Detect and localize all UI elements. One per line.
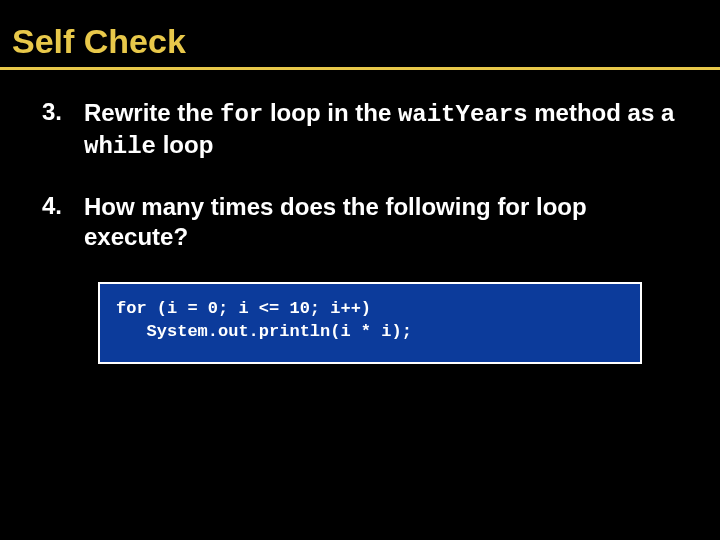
item-text: Rewrite the for loop in the waitYears me… <box>84 98 682 162</box>
text-run: method as a <box>528 99 675 126</box>
item-number: 4. <box>38 192 84 252</box>
slide: Self Check 3. Rewrite the for loop in th… <box>0 0 720 540</box>
code-keyword: while <box>84 133 156 160</box>
text-run: loop in the <box>263 99 398 126</box>
content-area: 3. Rewrite the for loop in the waitYears… <box>0 98 720 364</box>
list-item: 3. Rewrite the for loop in the waitYears… <box>38 98 682 162</box>
item-number: 3. <box>38 98 84 162</box>
slide-title: Self Check <box>0 0 720 70</box>
text-run: Rewrite the <box>84 99 220 126</box>
item-text: How many times does the following for lo… <box>84 192 682 252</box>
text-run: loop <box>156 131 213 158</box>
code-block: for (i = 0; i <= 10; i++) System.out.pri… <box>98 282 642 364</box>
code-keyword: waitYears <box>398 101 528 128</box>
code-keyword: for <box>220 101 263 128</box>
list-item: 4. How many times does the following for… <box>38 192 682 252</box>
text-run: How many times does the following for lo… <box>84 193 587 250</box>
